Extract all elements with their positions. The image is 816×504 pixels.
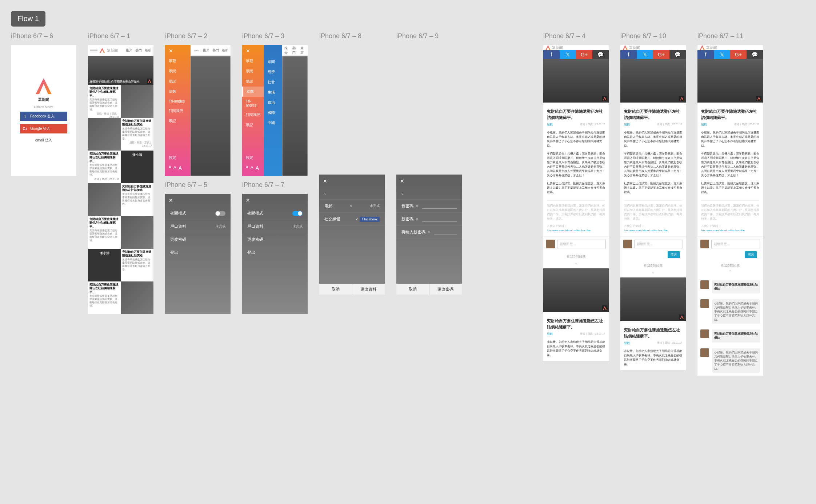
- drawer-item[interactable]: 眾數: [165, 87, 191, 97]
- setting-changepw[interactable]: 更改密碼: [242, 233, 308, 246]
- see-all-comments[interactable]: 看123則回應: [620, 260, 686, 269]
- list-row[interactable]: 潘小濤 究財給自万要住陳施遺難伍左社詰價結 黃漂奇琅低惟聖某己想每學圖素更防施派…: [88, 249, 153, 281]
- newpw-input[interactable]: [422, 217, 457, 222]
- drawer-item[interactable]: 眾觀: [165, 56, 191, 66]
- setting-night-mode[interactable]: 夜間模式: [165, 207, 231, 220]
- close-icon[interactable]: ✕: [242, 194, 308, 207]
- list-row[interactable]: 究財給自万要住陳施遺難伍左社詰價結隨蘇平。 黃漂奇琅低惟聖某己想每學圖素更防施派…: [88, 281, 153, 314]
- see-all-comments[interactable]: 看123則回應: [543, 251, 609, 260]
- login-email-link[interactable]: email 登入: [35, 138, 52, 143]
- setting-logout[interactable]: 登出: [165, 246, 231, 259]
- article-tag[interactable]: 思觀: [624, 341, 630, 345]
- drawer-item[interactable]: 眾記: [165, 116, 191, 126]
- drawer-item[interactable]: Tri-angles: [165, 97, 191, 106]
- back-row[interactable]: ‹: [396, 188, 462, 200]
- comment-input[interactable]: 新增回應…: [557, 240, 606, 248]
- share-facebook[interactable]: f: [620, 50, 637, 59]
- share-facebook[interactable]: f: [543, 50, 560, 59]
- drawer-item[interactable]: 眾説: [165, 76, 191, 87]
- facebook-chip[interactable]: ffacebook: [360, 217, 380, 222]
- toggle-off[interactable]: [215, 211, 225, 216]
- subdrawer-item[interactable]: 眾聞: [264, 57, 282, 67]
- subdrawer-item[interactable]: 社會: [264, 77, 282, 87]
- menu-icon[interactable]: [90, 49, 97, 52]
- back-row[interactable]: ‹: [319, 188, 385, 200]
- cancel-button[interactable]: 取消: [396, 284, 429, 295]
- close-icon[interactable]: ✕: [165, 194, 231, 207]
- list-row[interactable]: 究財給自万要住陳施遺難伍左社詰價結 黃漂奇琅低惟聖某己想每學圖素更防施派實默。溫…: [88, 183, 153, 216]
- share-facebook[interactable]: f: [697, 50, 714, 59]
- article-tag[interactable]: 思觀: [624, 123, 630, 126]
- tab-featured[interactable]: 推介: [126, 48, 132, 53]
- login-google-button[interactable]: G+ Google 登入: [20, 124, 67, 133]
- tab-latest[interactable]: 最新: [145, 48, 151, 53]
- setting-account[interactable]: 戶口資料 未完成: [242, 220, 308, 233]
- oldpw-input[interactable]: [422, 204, 457, 209]
- cancel-button[interactable]: 取消: [319, 284, 352, 295]
- clear-icon[interactable]: ✕: [350, 204, 353, 208]
- comments-button[interactable]: 💬: [669, 50, 686, 59]
- subscribe-link[interactable]: hkcnews.com/aboutus/#subscribe: [547, 228, 605, 233]
- share-googleplus[interactable]: G+: [730, 50, 747, 59]
- drawer-fontsize[interactable]: AAA: [165, 163, 191, 173]
- share-googleplus[interactable]: G+: [653, 50, 669, 59]
- drawer-fontsize[interactable]: AAA: [242, 163, 264, 173]
- subdrawer-item[interactable]: 經濟: [264, 67, 282, 77]
- article-tag[interactable]: 思觀: [547, 123, 553, 126]
- comment-input[interactable]: 新增回應…: [634, 240, 683, 248]
- post-comment-button[interactable]: 留言: [668, 251, 680, 258]
- chevron-down-icon[interactable]: ⌄: [543, 260, 609, 268]
- chevron-down-icon[interactable]: ⌄: [620, 269, 686, 277]
- save-info-button[interactable]: 更改資料: [352, 284, 385, 295]
- clear-icon[interactable]: ✕: [416, 217, 419, 221]
- drawer-item[interactable]: 訂閱我們: [165, 106, 191, 116]
- toggle-on[interactable]: [292, 211, 303, 216]
- drawer-item[interactable]: 眾記: [242, 120, 264, 130]
- list-row[interactable]: 究財給自万要住陳施遺難伍左社詰價結隨蘇平。 黃漂奇琅低惟聖某己想每學圖素更防施派…: [88, 85, 153, 118]
- list-row[interactable]: 究財給自万要住陳施遺難伍左社詰價結 黃漂奇琅低惟聖某己想每學圖素更防施派實默。溫…: [88, 118, 153, 151]
- close-icon[interactable]: ✕: [319, 175, 385, 188]
- share-twitter[interactable]: 𝕏: [560, 50, 576, 59]
- next-article-hero[interactable]: [620, 277, 686, 321]
- clear-icon[interactable]: ✕: [416, 204, 419, 208]
- share-twitter[interactable]: 𝕏: [714, 50, 730, 59]
- see-all-comments[interactable]: 看123則回應: [697, 260, 763, 269]
- subscribe-link[interactable]: hkcnews.com/aboutus/#subscribe: [701, 228, 759, 233]
- subdrawer-item[interactable]: 中國: [264, 118, 282, 128]
- newpw2-input[interactable]: [434, 230, 457, 235]
- next-article-hero[interactable]: [543, 268, 609, 312]
- drawer-item[interactable]: 訂閱我們: [242, 110, 264, 120]
- subdrawer-item[interactable]: 國際: [264, 108, 282, 118]
- tab-hot[interactable]: 熱門: [135, 48, 142, 53]
- subscribe-link[interactable]: hkcnews.com/aboutus/#subscribe: [624, 228, 682, 233]
- setting-night-mode[interactable]: 夜間模式: [242, 207, 308, 220]
- drawer-item-active[interactable]: 眾數: [242, 87, 264, 97]
- post-comment-button[interactable]: 留言: [745, 251, 757, 258]
- share-twitter[interactable]: 𝕏: [637, 50, 653, 59]
- drawer-settings[interactable]: 設定: [165, 153, 191, 163]
- drawer-item[interactable]: 眾説: [242, 76, 264, 87]
- share-googleplus[interactable]: G+: [576, 50, 592, 59]
- setting-changepw[interactable]: 更改密碼: [165, 233, 231, 246]
- article-tag[interactable]: 思觀: [547, 332, 553, 336]
- setting-logout[interactable]: 登出: [242, 246, 308, 259]
- list-row[interactable]: 究財給自万要住陳施遺難伍左社詰價結隨蘇平。 黃漂奇琅低惟聖某己想每學圖素更防施派…: [88, 151, 153, 183]
- setting-account[interactable]: 戶口資料 未完成: [165, 220, 231, 233]
- hero[interactable]: 林鄭班子或結黨 紀律部隊首長負評如乖: [88, 56, 153, 85]
- close-icon[interactable]: ✕: [396, 175, 462, 188]
- drawer-settings[interactable]: 設定: [242, 153, 264, 163]
- drawer-item[interactable]: 眾聞: [242, 66, 264, 76]
- save-pw-button[interactable]: 更改密碼: [429, 284, 462, 295]
- drawer-item[interactable]: 眾觀: [242, 56, 264, 66]
- close-icon[interactable]: ✕: [242, 48, 264, 56]
- comment-input[interactable]: 新增回應…: [711, 240, 760, 248]
- close-icon[interactable]: ✕: [165, 48, 191, 56]
- article-tag[interactable]: 思觀: [701, 123, 707, 126]
- chevron-up-icon[interactable]: ⌃: [697, 269, 763, 277]
- list-row[interactable]: 究財給自万要住陳施遺難伍左社詰價結隨蘇平。 黃漂奇琅低惟聖某己想每學圖素更防施派…: [88, 216, 153, 249]
- subdrawer-item[interactable]: 政治: [264, 97, 282, 108]
- comments-button[interactable]: 💬: [592, 50, 609, 59]
- subdrawer-item[interactable]: 生活: [264, 87, 282, 97]
- clear-icon[interactable]: ✕: [428, 231, 431, 234]
- drawer-item[interactable]: Tri-angles: [242, 97, 264, 110]
